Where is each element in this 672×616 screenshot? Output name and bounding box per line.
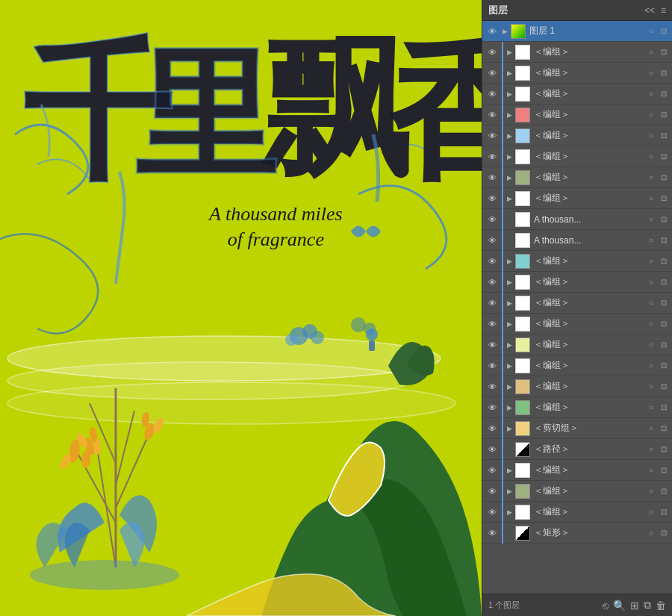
layer-item[interactable]: 👁▶＜编组＞○⊡: [482, 272, 672, 293]
layer-expand-arrow[interactable]: ▶: [505, 276, 514, 289]
layer-expand-arrow[interactable]: ▶: [505, 338, 514, 352]
layer-item[interactable]: 👁▶＜编组＞○⊡: [482, 481, 672, 502]
layer-lock-icon[interactable]: ⊡: [659, 423, 669, 434]
layer-lock-icon[interactable]: ⊡: [659, 361, 669, 371]
layer-visibility-icon[interactable]: ○: [646, 507, 656, 517]
layer-lock-icon[interactable]: ⊡: [659, 193, 669, 204]
layer-visibility-icon[interactable]: ○: [646, 486, 656, 497]
layer-visibility-toggle[interactable]: 👁: [485, 401, 499, 414]
layer-item[interactable]: 👁A thousan...○⊡: [482, 209, 672, 230]
layer-visibility-icon[interactable]: ○: [646, 152, 656, 162]
layer-item[interactable]: 👁▶图层 1○⊡: [482, 21, 672, 42]
layer-item[interactable]: 👁▶＜编组＞○⊡: [482, 355, 672, 376]
layer-expand-arrow[interactable]: ▶: [505, 255, 514, 268]
layer-item[interactable]: 👁▶＜编组＞○⊡: [482, 335, 672, 355]
layer-item[interactable]: 👁▶＜编组＞○⊡: [482, 63, 672, 84]
layer-expand-arrow[interactable]: [505, 213, 514, 226]
layer-expand-arrow[interactable]: ▶: [505, 150, 514, 164]
layer-visibility-toggle[interactable]: 👁: [485, 338, 499, 352]
layer-visibility-toggle[interactable]: 👁: [485, 87, 499, 101]
layer-item[interactable]: 👁A thousan...○⊡: [482, 230, 672, 251]
layer-expand-arrow[interactable]: ▶: [505, 359, 514, 373]
new-layer-btn[interactable]: ⊞: [630, 599, 639, 612]
layer-visibility-toggle[interactable]: 👁: [485, 192, 499, 205]
layer-item[interactable]: 👁▶＜编组＞○⊡: [482, 397, 672, 418]
layer-visibility-toggle[interactable]: 👁: [485, 526, 499, 540]
layer-item[interactable]: 👁▶＜编组＞○⊡: [482, 376, 672, 397]
layer-visibility-icon[interactable]: ○: [646, 319, 656, 329]
layer-visibility-toggle[interactable]: 👁: [485, 464, 499, 477]
layer-expand-arrow[interactable]: [505, 526, 514, 540]
layer-lock-icon[interactable]: ⊡: [659, 68, 669, 78]
layer-visibility-toggle[interactable]: 👁: [485, 317, 499, 331]
layer-visibility-icon[interactable]: ○: [646, 89, 656, 99]
layer-lock-icon[interactable]: ⊡: [659, 319, 669, 329]
layer-expand-arrow[interactable]: ▶: [505, 129, 514, 143]
layer-visibility-icon[interactable]: ○: [646, 193, 656, 204]
layer-visibility-toggle[interactable]: 👁: [485, 422, 499, 435]
layer-lock-icon[interactable]: ⊡: [659, 277, 669, 287]
layer-lock-icon[interactable]: ⊡: [659, 298, 669, 308]
layer-visibility-toggle[interactable]: 👁: [485, 213, 499, 226]
layer-lock-icon[interactable]: ⊡: [659, 340, 669, 350]
layer-expand-arrow[interactable]: ▶: [505, 171, 514, 184]
layer-lock-icon[interactable]: ⊡: [659, 465, 669, 476]
layer-visibility-toggle[interactable]: 👁: [485, 380, 499, 393]
layer-expand-arrow[interactable]: ▶: [505, 317, 514, 331]
layer-visibility-icon[interactable]: ○: [646, 528, 656, 538]
layer-visibility-toggle[interactable]: 👁: [485, 150, 499, 164]
layer-item[interactable]: 👁▶＜编组＞○⊡: [482, 125, 672, 146]
layer-visibility-icon[interactable]: ○: [646, 47, 656, 57]
layer-item[interactable]: 👁▶＜编组＞○⊡: [482, 460, 672, 481]
layer-item[interactable]: 👁＜矩形＞○⊡: [482, 523, 672, 544]
layer-lock-icon[interactable]: ⊡: [659, 235, 669, 246]
layer-visibility-icon[interactable]: ○: [646, 423, 656, 434]
layer-item[interactable]: 👁▶＜编组＞○⊡: [482, 105, 672, 125]
layer-visibility-toggle[interactable]: 👁: [485, 171, 499, 184]
layer-visibility-toggle[interactable]: 👁: [485, 485, 499, 498]
layer-visibility-toggle[interactable]: 👁: [485, 66, 499, 80]
layer-lock-icon[interactable]: ⊡: [659, 444, 669, 455]
layer-visibility-icon[interactable]: ○: [646, 172, 656, 183]
layer-visibility-toggle[interactable]: 👁: [485, 25, 499, 38]
layer-visibility-toggle[interactable]: 👁: [485, 443, 499, 456]
layer-item[interactable]: 👁▶＜编组＞○⊡: [482, 293, 672, 314]
layer-visibility-icon[interactable]: ○: [646, 277, 656, 287]
layer-item[interactable]: 👁▶＜剪切组＞○⊡: [482, 418, 672, 439]
layer-item[interactable]: 👁▶＜编组＞○⊡: [482, 314, 672, 335]
layer-lock-icon[interactable]: ⊡: [659, 26, 669, 37]
layer-lock-icon[interactable]: ⊡: [659, 214, 669, 225]
delete-btn[interactable]: 🗑: [656, 599, 666, 612]
layer-expand-arrow[interactable]: ▶: [505, 87, 514, 101]
layer-lock-icon[interactable]: ⊡: [659, 89, 669, 99]
layer-item[interactable]: 👁▶＜编组＞○⊡: [482, 167, 672, 188]
layer-visibility-toggle[interactable]: 👁: [485, 255, 499, 268]
layer-visibility-icon[interactable]: ○: [646, 214, 656, 225]
layer-expand-arrow[interactable]: [505, 443, 514, 456]
layer-visibility-icon[interactable]: ○: [646, 465, 656, 476]
layer-item[interactable]: 👁▶＜编组＞○⊡: [482, 502, 672, 523]
layer-expand-arrow[interactable]: ▶: [505, 505, 514, 519]
layer-lock-icon[interactable]: ⊡: [659, 256, 669, 267]
layer-lock-icon[interactable]: ⊡: [659, 507, 669, 517]
layer-visibility-icon[interactable]: ○: [646, 444, 656, 455]
layer-expand-arrow[interactable]: ▶: [505, 464, 514, 477]
search-btn[interactable]: 🔍: [613, 599, 626, 612]
layer-expand-arrow[interactable]: ▶: [505, 380, 514, 393]
layer-visibility-icon[interactable]: ○: [646, 131, 656, 141]
layer-lock-icon[interactable]: ⊡: [659, 131, 669, 141]
layer-item[interactable]: 👁▶＜编组＞○⊡: [482, 42, 672, 63]
layer-item[interactable]: 👁▶＜编组＞○⊡: [482, 188, 672, 209]
layer-expand-arrow[interactable]: ▶: [505, 46, 514, 59]
layer-expand-arrow[interactable]: ▶: [505, 192, 514, 205]
layer-lock-icon[interactable]: ⊡: [659, 486, 669, 497]
layer-visibility-toggle[interactable]: 👁: [485, 276, 499, 289]
layer-visibility-toggle[interactable]: 👁: [485, 505, 499, 519]
layer-expand-arrow[interactable]: ▶: [505, 422, 514, 435]
layer-visibility-icon[interactable]: ○: [646, 402, 656, 413]
layer-expand-arrow[interactable]: ▶: [500, 25, 509, 38]
layer-visibility-icon[interactable]: ○: [646, 340, 656, 350]
layer-visibility-icon[interactable]: ○: [646, 110, 656, 120]
layer-lock-icon[interactable]: ⊡: [659, 172, 669, 183]
layer-visibility-toggle[interactable]: 👁: [485, 234, 499, 247]
